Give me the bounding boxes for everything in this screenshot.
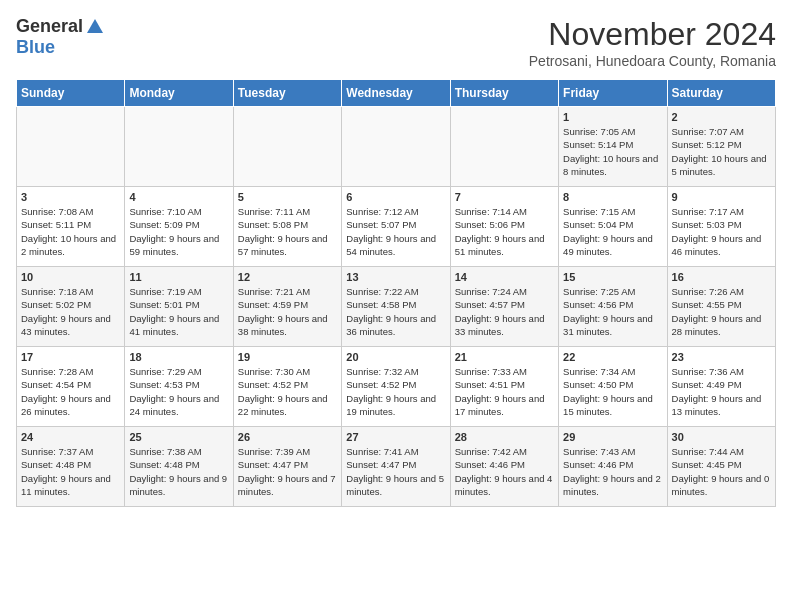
calendar-cell: 4Sunrise: 7:10 AM Sunset: 5:09 PM Daylig… <box>125 187 233 267</box>
logo: General Blue <box>16 16 105 58</box>
calendar-day-header: Saturday <box>667 80 775 107</box>
calendar-cell: 26Sunrise: 7:39 AM Sunset: 4:47 PM Dayli… <box>233 427 341 507</box>
day-info: Sunrise: 7:14 AM Sunset: 5:06 PM Dayligh… <box>455 205 554 258</box>
calendar-cell: 16Sunrise: 7:26 AM Sunset: 4:55 PM Dayli… <box>667 267 775 347</box>
calendar-week-row: 24Sunrise: 7:37 AM Sunset: 4:48 PM Dayli… <box>17 427 776 507</box>
calendar-cell: 1Sunrise: 7:05 AM Sunset: 5:14 PM Daylig… <box>559 107 667 187</box>
logo-blue-text: Blue <box>16 37 55 58</box>
calendar-cell: 22Sunrise: 7:34 AM Sunset: 4:50 PM Dayli… <box>559 347 667 427</box>
svg-marker-0 <box>87 19 103 33</box>
day-number: 3 <box>21 191 120 203</box>
calendar-cell: 8Sunrise: 7:15 AM Sunset: 5:04 PM Daylig… <box>559 187 667 267</box>
calendar-cell <box>17 107 125 187</box>
title-block: November 2024 Petrosani, Hunedoara Count… <box>529 16 776 69</box>
day-number: 10 <box>21 271 120 283</box>
day-info: Sunrise: 7:25 AM Sunset: 4:56 PM Dayligh… <box>563 285 662 338</box>
day-info: Sunrise: 7:32 AM Sunset: 4:52 PM Dayligh… <box>346 365 445 418</box>
calendar-cell: 30Sunrise: 7:44 AM Sunset: 4:45 PM Dayli… <box>667 427 775 507</box>
day-number: 13 <box>346 271 445 283</box>
day-number: 21 <box>455 351 554 363</box>
calendar-cell <box>450 107 558 187</box>
day-number: 28 <box>455 431 554 443</box>
day-number: 29 <box>563 431 662 443</box>
calendar-cell: 2Sunrise: 7:07 AM Sunset: 5:12 PM Daylig… <box>667 107 775 187</box>
day-info: Sunrise: 7:12 AM Sunset: 5:07 PM Dayligh… <box>346 205 445 258</box>
day-number: 5 <box>238 191 337 203</box>
day-number: 22 <box>563 351 662 363</box>
calendar-header-row: SundayMondayTuesdayWednesdayThursdayFrid… <box>17 80 776 107</box>
day-info: Sunrise: 7:26 AM Sunset: 4:55 PM Dayligh… <box>672 285 771 338</box>
day-info: Sunrise: 7:17 AM Sunset: 5:03 PM Dayligh… <box>672 205 771 258</box>
day-info: Sunrise: 7:11 AM Sunset: 5:08 PM Dayligh… <box>238 205 337 258</box>
day-number: 16 <box>672 271 771 283</box>
logo-general-text: General <box>16 16 83 37</box>
day-info: Sunrise: 7:43 AM Sunset: 4:46 PM Dayligh… <box>563 445 662 498</box>
calendar-day-header: Friday <box>559 80 667 107</box>
day-info: Sunrise: 7:18 AM Sunset: 5:02 PM Dayligh… <box>21 285 120 338</box>
calendar-cell: 13Sunrise: 7:22 AM Sunset: 4:58 PM Dayli… <box>342 267 450 347</box>
calendar-cell: 7Sunrise: 7:14 AM Sunset: 5:06 PM Daylig… <box>450 187 558 267</box>
day-number: 30 <box>672 431 771 443</box>
calendar-day-header: Sunday <box>17 80 125 107</box>
calendar-cell <box>125 107 233 187</box>
day-info: Sunrise: 7:28 AM Sunset: 4:54 PM Dayligh… <box>21 365 120 418</box>
calendar-cell: 6Sunrise: 7:12 AM Sunset: 5:07 PM Daylig… <box>342 187 450 267</box>
day-info: Sunrise: 7:37 AM Sunset: 4:48 PM Dayligh… <box>21 445 120 498</box>
calendar-cell: 29Sunrise: 7:43 AM Sunset: 4:46 PM Dayli… <box>559 427 667 507</box>
day-number: 2 <box>672 111 771 123</box>
month-title: November 2024 <box>529 16 776 53</box>
day-info: Sunrise: 7:34 AM Sunset: 4:50 PM Dayligh… <box>563 365 662 418</box>
calendar-cell: 24Sunrise: 7:37 AM Sunset: 4:48 PM Dayli… <box>17 427 125 507</box>
day-number: 6 <box>346 191 445 203</box>
day-info: Sunrise: 7:30 AM Sunset: 4:52 PM Dayligh… <box>238 365 337 418</box>
day-info: Sunrise: 7:38 AM Sunset: 4:48 PM Dayligh… <box>129 445 228 498</box>
day-number: 23 <box>672 351 771 363</box>
calendar-day-header: Wednesday <box>342 80 450 107</box>
calendar-day-header: Tuesday <box>233 80 341 107</box>
day-number: 18 <box>129 351 228 363</box>
day-number: 27 <box>346 431 445 443</box>
calendar-cell <box>233 107 341 187</box>
page-header: General Blue November 2024 Petrosani, Hu… <box>16 16 776 69</box>
calendar-cell: 11Sunrise: 7:19 AM Sunset: 5:01 PM Dayli… <box>125 267 233 347</box>
calendar-cell: 23Sunrise: 7:36 AM Sunset: 4:49 PM Dayli… <box>667 347 775 427</box>
day-number: 7 <box>455 191 554 203</box>
day-info: Sunrise: 7:08 AM Sunset: 5:11 PM Dayligh… <box>21 205 120 258</box>
subtitle: Petrosani, Hunedoara County, Romania <box>529 53 776 69</box>
day-info: Sunrise: 7:22 AM Sunset: 4:58 PM Dayligh… <box>346 285 445 338</box>
day-number: 12 <box>238 271 337 283</box>
day-number: 20 <box>346 351 445 363</box>
day-info: Sunrise: 7:33 AM Sunset: 4:51 PM Dayligh… <box>455 365 554 418</box>
day-number: 26 <box>238 431 337 443</box>
calendar-cell: 14Sunrise: 7:24 AM Sunset: 4:57 PM Dayli… <box>450 267 558 347</box>
calendar-cell: 10Sunrise: 7:18 AM Sunset: 5:02 PM Dayli… <box>17 267 125 347</box>
day-number: 19 <box>238 351 337 363</box>
calendar-week-row: 17Sunrise: 7:28 AM Sunset: 4:54 PM Dayli… <box>17 347 776 427</box>
day-number: 24 <box>21 431 120 443</box>
day-number: 25 <box>129 431 228 443</box>
day-info: Sunrise: 7:29 AM Sunset: 4:53 PM Dayligh… <box>129 365 228 418</box>
calendar-cell: 15Sunrise: 7:25 AM Sunset: 4:56 PM Dayli… <box>559 267 667 347</box>
calendar-cell: 12Sunrise: 7:21 AM Sunset: 4:59 PM Dayli… <box>233 267 341 347</box>
day-info: Sunrise: 7:36 AM Sunset: 4:49 PM Dayligh… <box>672 365 771 418</box>
calendar-cell: 28Sunrise: 7:42 AM Sunset: 4:46 PM Dayli… <box>450 427 558 507</box>
day-info: Sunrise: 7:42 AM Sunset: 4:46 PM Dayligh… <box>455 445 554 498</box>
day-number: 9 <box>672 191 771 203</box>
day-number: 17 <box>21 351 120 363</box>
day-number: 14 <box>455 271 554 283</box>
calendar-week-row: 10Sunrise: 7:18 AM Sunset: 5:02 PM Dayli… <box>17 267 776 347</box>
calendar-cell: 3Sunrise: 7:08 AM Sunset: 5:11 PM Daylig… <box>17 187 125 267</box>
calendar-week-row: 1Sunrise: 7:05 AM Sunset: 5:14 PM Daylig… <box>17 107 776 187</box>
calendar-cell: 19Sunrise: 7:30 AM Sunset: 4:52 PM Dayli… <box>233 347 341 427</box>
calendar-cell: 25Sunrise: 7:38 AM Sunset: 4:48 PM Dayli… <box>125 427 233 507</box>
day-info: Sunrise: 7:05 AM Sunset: 5:14 PM Dayligh… <box>563 125 662 178</box>
calendar-day-header: Thursday <box>450 80 558 107</box>
calendar-cell: 9Sunrise: 7:17 AM Sunset: 5:03 PM Daylig… <box>667 187 775 267</box>
day-info: Sunrise: 7:19 AM Sunset: 5:01 PM Dayligh… <box>129 285 228 338</box>
day-info: Sunrise: 7:41 AM Sunset: 4:47 PM Dayligh… <box>346 445 445 498</box>
day-number: 8 <box>563 191 662 203</box>
calendar-day-header: Monday <box>125 80 233 107</box>
day-info: Sunrise: 7:24 AM Sunset: 4:57 PM Dayligh… <box>455 285 554 338</box>
day-info: Sunrise: 7:21 AM Sunset: 4:59 PM Dayligh… <box>238 285 337 338</box>
calendar-week-row: 3Sunrise: 7:08 AM Sunset: 5:11 PM Daylig… <box>17 187 776 267</box>
